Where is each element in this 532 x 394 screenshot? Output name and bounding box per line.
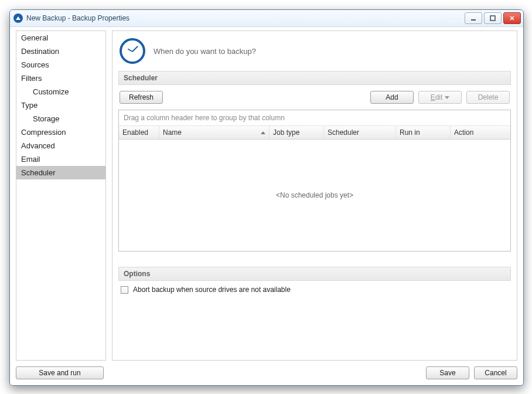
section-scheduler-header: Scheduler (118, 71, 511, 85)
sort-ascending-icon (261, 131, 265, 134)
edit-button[interactable]: Edit (418, 91, 462, 104)
sidebar-item-filters[interactable]: Filters (16, 72, 105, 85)
abort-checkbox[interactable] (121, 286, 128, 294)
window-controls (465, 12, 521, 24)
panel-header: When do you want to backup? (118, 36, 511, 71)
sidebar-item-type[interactable]: Type (16, 98, 105, 112)
sidebar-nav: General Destination Sources Filters Cust… (16, 30, 106, 361)
abort-checkbox-label: Abort backup when source drives are not … (133, 286, 291, 294)
window-title: New Backup - Backup Properties (26, 14, 465, 22)
cancel-button[interactable]: Cancel (474, 366, 517, 379)
app-icon (13, 13, 23, 23)
col-header-runin[interactable]: Run in (396, 126, 451, 139)
sidebar-item-general[interactable]: General (16, 31, 105, 45)
sidebar-item-advanced[interactable]: Advanced (16, 139, 105, 152)
titlebar[interactable]: New Backup - Backup Properties (10, 10, 523, 27)
col-header-name[interactable]: Name (159, 126, 270, 139)
col-header-enabled[interactable]: Enabled (119, 126, 159, 139)
sidebar-item-destination[interactable]: Destination (16, 45, 105, 58)
panel-header-text: When do you want to backup? (154, 47, 256, 56)
sidebar-item-customize[interactable]: Customize (16, 85, 105, 98)
backup-properties-window: New Backup - Backup Properties General D… (9, 9, 524, 386)
minimize-button[interactable] (465, 12, 482, 24)
dialog-footer: Save and run Save Cancel (16, 361, 517, 379)
sidebar-item-compression[interactable]: Compression (16, 125, 105, 139)
sidebar-item-email[interactable]: Email (16, 152, 105, 166)
save-button[interactable]: Save (426, 366, 469, 379)
grid-empty-body: <No scheduled jobs yet> (119, 140, 510, 251)
col-header-action[interactable]: Action (451, 126, 510, 139)
col-header-jobtype[interactable]: Job type (270, 126, 324, 139)
scheduler-toolbar: Refresh Add Edit Delete (118, 85, 511, 110)
col-header-name-label: Name (163, 128, 182, 137)
edit-button-label: Edit (431, 93, 443, 101)
section-options-header: Options (118, 267, 511, 281)
sidebar-item-storage[interactable]: Storage (16, 112, 105, 125)
save-and-run-button[interactable]: Save and run (16, 366, 104, 379)
grid-group-hint[interactable]: Drag a column header here to group by th… (119, 110, 510, 126)
scheduler-grid[interactable]: Drag a column header here to group by th… (118, 110, 511, 252)
sidebar-item-scheduler[interactable]: Scheduler (16, 166, 105, 179)
clock-icon (120, 38, 145, 64)
close-button[interactable] (503, 12, 521, 24)
grid-empty-text: <No scheduled jobs yet> (276, 191, 353, 199)
grid-header-row: Enabled Name Job type Scheduler Run in A… (119, 126, 510, 140)
main-panel: When do you want to backup? Scheduler Re… (112, 30, 517, 361)
add-button[interactable]: Add (370, 91, 414, 104)
delete-button[interactable]: Delete (466, 91, 510, 104)
maximize-button[interactable] (484, 12, 502, 24)
svg-rect-0 (471, 19, 476, 21)
chevron-down-icon (445, 96, 449, 99)
svg-rect-1 (490, 16, 495, 21)
refresh-button[interactable]: Refresh (120, 91, 163, 104)
sidebar-item-sources[interactable]: Sources (16, 58, 105, 72)
col-header-scheduler[interactable]: Scheduler (324, 126, 396, 139)
option-abort-row[interactable]: Abort backup when source drives are not … (118, 281, 511, 298)
